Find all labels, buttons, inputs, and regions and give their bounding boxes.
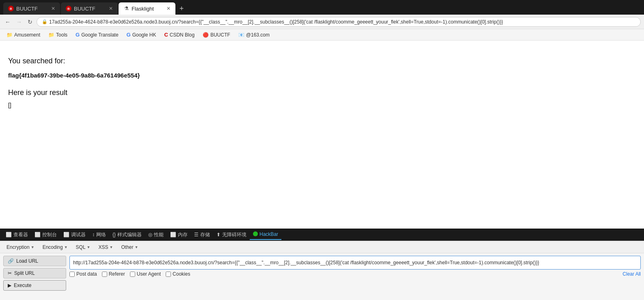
bookmark-amusement[interactable]: 📁 Amusement <box>3 31 43 39</box>
bookmark-buuctf[interactable]: 🔴 BUUCTF <box>199 31 233 39</box>
flag-text: flag{4f1ba697-39be-4e05-9a8b-6a761496e55… <box>8 72 636 79</box>
hackbar-url-area: Post data Referer User Agent Cookies Cle… <box>69 256 641 298</box>
page-content: You searched for: flag{4f1ba697-39be-4e0… <box>0 41 644 229</box>
bookmark-google-hk[interactable]: G Google HK <box>123 31 160 39</box>
dt-performance[interactable]: ◎ 性能 <box>145 230 167 240</box>
hackbar-menu-encoding[interactable]: Encoding ▼ <box>39 244 71 251</box>
tab-3[interactable]: ⚗ Flasklight ✕ <box>119 2 175 15</box>
tab-3-close[interactable]: ✕ <box>166 6 171 11</box>
bookmark-163-label: @163.com <box>246 32 270 38</box>
back-button[interactable]: ← <box>3 17 12 27</box>
dt-debugger[interactable]: ⬜ 调试器 <box>60 230 89 240</box>
post-data-checkbox[interactable] <box>69 272 75 277</box>
bookmark-csdn[interactable]: C CSDN Blog <box>161 31 198 39</box>
post-data-checkbox-label[interactable]: Post data <box>69 271 97 277</box>
hackbar-actions: 🔗 Load URL ✂ Split URL ▶ Execute <box>3 256 66 298</box>
execute-button[interactable]: ▶ Execute <box>3 280 66 291</box>
bookmark-buuctf-icon: 🔴 <box>203 32 209 38</box>
forward-button[interactable]: → <box>15 17 24 27</box>
cookies-checkbox[interactable] <box>166 272 171 277</box>
tab-3-favicon-flask: ⚗ <box>123 6 129 11</box>
bookmark-google-translate-icon: G <box>76 32 80 38</box>
bookmark-buuctf-label: BUUCTF <box>210 32 230 38</box>
tab-3-favicon: ⚗ <box>123 6 129 11</box>
dt-debugger-label: 调试器 <box>71 231 86 238</box>
hackbar-xss-arrow: ▼ <box>110 245 113 249</box>
dt-performance-label: 性能 <box>154 231 164 238</box>
hackbar-encoding-arrow: ▼ <box>64 245 68 249</box>
user-agent-checkbox[interactable] <box>130 272 135 277</box>
dt-network[interactable]: ↕ 网络 <box>89 230 109 240</box>
tab-1-close[interactable]: ✕ <box>51 6 55 11</box>
address-text: 17ad255a-204e-4624-b878-e3e0d62e526a.nod… <box>49 19 503 25</box>
dt-inspector-icon: ⬜ <box>6 232 12 237</box>
address-field[interactable]: 🔒 17ad255a-204e-4624-b878-e3e0d62e526a.n… <box>37 17 641 27</box>
hackbar-menu: Encryption ▼ Encoding ▼ SQL ▼ XSS ▼ Othe… <box>0 241 644 253</box>
dt-style-editor[interactable]: {} 样式编辑器 <box>109 230 145 240</box>
user-agent-label: User Agent <box>137 271 161 277</box>
bookmark-tools-label: Tools <box>56 32 67 38</box>
tab-2-label: BUUCTF <box>74 6 95 12</box>
load-url-icon: 🔗 <box>8 258 14 264</box>
bookmark-tools[interactable]: 📁 Tools <box>45 31 71 39</box>
hackbar-other-label: Other <box>121 244 133 250</box>
dt-storage-label: 存储 <box>200 231 210 238</box>
tab-1-favicon-dot: B <box>8 6 14 11</box>
tab-1[interactable]: B BUUCTF ✕ <box>3 2 60 15</box>
address-bar-row: ← → ↻ 🔒 17ad255a-204e-4624-b878-e3e0d62e… <box>0 15 644 29</box>
hackbar-menu-sql[interactable]: SQL ▼ <box>73 244 94 251</box>
security-icon: 🔒 <box>42 19 48 24</box>
tab-2[interactable]: B BUUCTF ✕ <box>61 2 118 15</box>
dt-inspector[interactable]: ⬜ 查看器 <box>2 230 31 240</box>
dt-inspector-label: 查看器 <box>13 231 28 238</box>
dt-hackbar-label: HackBar <box>259 231 278 237</box>
referer-checkbox-label[interactable]: Referer <box>102 271 125 277</box>
tab-2-favicon-dot: B <box>66 6 71 11</box>
result-heading: Here is your result <box>8 88 636 97</box>
hackbar-checkboxes: Post data Referer User Agent Cookies Cle… <box>69 271 641 277</box>
dt-memory[interactable]: ⬜ 内存 <box>167 230 191 240</box>
hackbar: Encryption ▼ Encoding ▼ SQL ▼ XSS ▼ Othe… <box>0 241 644 300</box>
execute-icon: ▶ <box>8 283 11 288</box>
dt-accessibility[interactable]: ⬆ 无障碍环境 <box>213 230 250 240</box>
refresh-button[interactable]: ↻ <box>26 17 34 27</box>
bookmark-163-icon: 📧 <box>238 32 244 38</box>
bookmark-google-hk-label: Google HK <box>132 32 156 38</box>
split-url-button[interactable]: ✂ Split URL <box>3 268 66 278</box>
execute-label: Execute <box>14 283 31 288</box>
tab-2-close[interactable]: ✕ <box>109 6 113 11</box>
load-url-button[interactable]: 🔗 Load URL <box>3 256 66 266</box>
referer-checkbox[interactable] <box>102 272 107 277</box>
hackbar-xss-label: XSS <box>99 244 108 250</box>
hackbar-menu-xss[interactable]: XSS ▼ <box>95 244 117 251</box>
dt-console-label: 控制台 <box>42 231 57 238</box>
dt-style-editor-label: 样式编辑器 <box>117 231 142 238</box>
dt-accessibility-icon: ⬆ <box>216 232 220 237</box>
tab-bar: B BUUCTF ✕ B BUUCTF ✕ ⚗ Flasklight ✕ + <box>3 0 187 15</box>
hackbar-url-input[interactable] <box>69 256 641 270</box>
load-url-label: Load URL <box>16 258 38 264</box>
bookmark-google-translate-label: Google Translate <box>81 32 118 38</box>
dt-storage[interactable]: ☰ 存储 <box>191 230 213 240</box>
dt-network-label: 网络 <box>96 231 106 238</box>
cookies-checkbox-label[interactable]: Cookies <box>166 271 190 277</box>
hackbar-encoding-label: Encoding <box>43 244 63 250</box>
dt-memory-icon: ⬜ <box>170 232 176 237</box>
dt-console-icon: ⬜ <box>35 232 41 237</box>
bookmark-google-translate[interactable]: G Google Translate <box>72 31 122 39</box>
user-agent-checkbox-label[interactable]: User Agent <box>130 271 161 277</box>
hackbar-menu-other[interactable]: Other ▼ <box>118 244 141 251</box>
hackbar-green-dot <box>253 231 258 236</box>
referer-label: Referer <box>109 271 125 277</box>
post-data-label: Post data <box>76 271 97 277</box>
hackbar-menu-encryption[interactable]: Encryption ▼ <box>3 244 38 251</box>
dt-memory-label: 内存 <box>178 231 188 238</box>
hackbar-sql-arrow: ▼ <box>87 245 91 249</box>
dt-debugger-icon: ⬜ <box>63 232 69 237</box>
bookmark-163[interactable]: 📧 @163.com <box>235 31 273 39</box>
new-tab-button[interactable]: + <box>176 3 187 15</box>
clear-all-button[interactable]: Clear All <box>622 271 641 277</box>
dt-hackbar[interactable]: HackBar <box>250 230 281 240</box>
hackbar-sql-label: SQL <box>76 244 86 250</box>
dt-console[interactable]: ⬜ 控制台 <box>31 230 60 240</box>
